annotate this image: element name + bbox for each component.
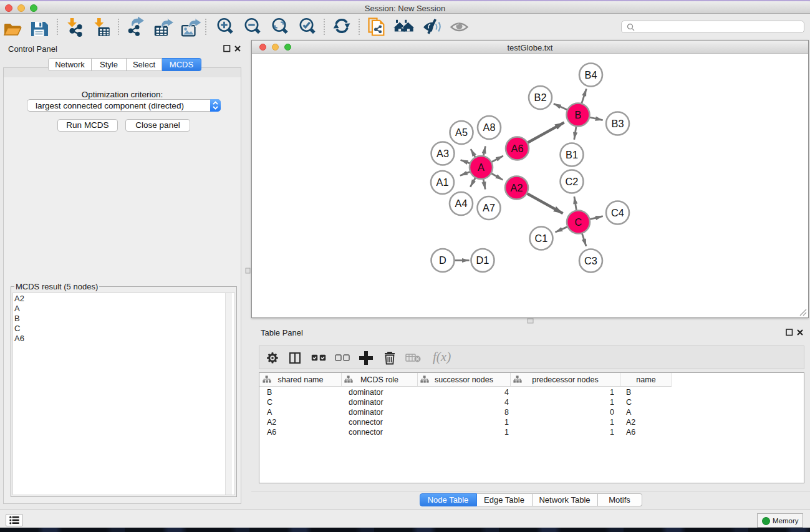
svg-text:A8: A8 (483, 122, 496, 133)
svg-text:B1: B1 (566, 149, 578, 160)
svg-text:A6: A6 (511, 143, 524, 154)
svg-text:C1: C1 (535, 233, 548, 244)
svg-text:B4: B4 (585, 69, 597, 80)
svg-text:C: C (575, 216, 582, 228)
svg-text:A3: A3 (436, 148, 449, 159)
svg-text:B3: B3 (612, 118, 624, 129)
svg-text:D: D (439, 254, 446, 266)
svg-text:A: A (478, 162, 485, 173)
svg-text:D1: D1 (476, 254, 489, 266)
svg-text:A7: A7 (483, 202, 495, 213)
svg-text:A2: A2 (511, 182, 523, 193)
svg-text:C4: C4 (611, 207, 624, 218)
svg-text:A1: A1 (436, 177, 449, 188)
svg-text:B: B (575, 109, 582, 120)
svg-text:B2: B2 (534, 92, 547, 103)
svg-text:A4: A4 (455, 198, 468, 209)
svg-text:A5: A5 (455, 127, 468, 138)
svg-text:C2: C2 (566, 176, 579, 187)
svg-text:C3: C3 (584, 255, 597, 266)
